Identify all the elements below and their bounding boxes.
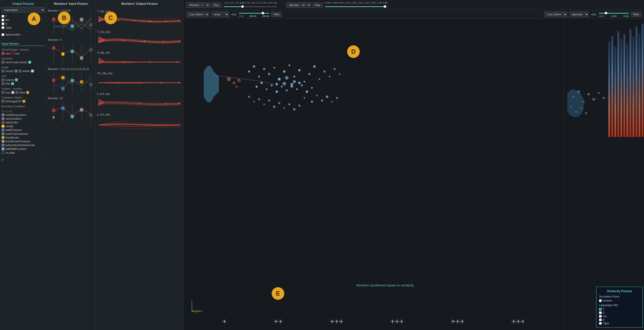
svg-point-126: [235, 85, 238, 88]
colormap-2[interactable]: Cool_Warm: [544, 12, 567, 17]
split-tendrils[interactable]: Split tendrils: [2, 33, 45, 36]
svg-rect-37: [52, 109, 55, 112]
svg-rect-5: [52, 18, 55, 21]
true-color: [2, 91, 5, 94]
svg-rect-153: [614, 46, 616, 137]
filter-btn-2[interactable]: Filter: [631, 12, 641, 17]
svg-point-101: [324, 71, 326, 73]
airplane-5: ✈✈✈: [451, 318, 464, 325]
svg-point-71: [268, 73, 270, 75]
range-2-labels: 10.00 11.00 13.56: [599, 15, 629, 17]
range-1-track[interactable]: [239, 11, 269, 15]
param-ygas[interactable]: Ygas: [2, 26, 45, 29]
bc-zeroGrad-color: [2, 117, 5, 120]
svg-rect-29: [80, 80, 83, 84]
split-tendrils-checkbox[interactable]: [2, 33, 4, 36]
svg-point-80: [313, 65, 316, 68]
right-viz-controls: Member : 16 Play: [286, 2, 323, 8]
svg-rect-151: [608, 41, 610, 137]
nozzle-color2: [15, 70, 18, 73]
input-params-title: Input Params: [2, 42, 45, 46]
svg-point-46: [165, 20, 167, 22]
svg-point-45: [149, 20, 151, 22]
range-2-min: 10.00: [599, 15, 605, 17]
param-rho-checkbox[interactable]: [2, 19, 4, 21]
engine-streams-label: Aircraft Engine -Streams: [2, 48, 45, 51]
slider-2-labels: 0.060 0.080 0.090 1.010 1.030 1.143 1.16…: [325, 2, 388, 4]
svg-rect-160: [635, 26, 637, 137]
svg-point-59: [139, 103, 140, 104]
whole-label: whole: [23, 70, 30, 73]
bc-nodata-label: no data: [6, 151, 15, 154]
slider-1-thumb[interactable]: [241, 5, 244, 8]
svg-point-103: [334, 68, 336, 70]
lag-attr-rho[interactable]: rho: [599, 315, 640, 318]
svg-point-53: [149, 61, 151, 63]
lag-attr-rho-checkbox[interactable]: [599, 315, 602, 318]
sim-solution-label: solution: [603, 299, 612, 302]
nozzle-label: nozzle: [6, 70, 14, 73]
airplane-4: ✈✈✈: [390, 318, 404, 325]
lag-attr-label: Lagrangian Attr:: [599, 304, 640, 307]
output-dropdown[interactable]: Lagrangian: [2, 7, 45, 13]
svg-point-60: [165, 103, 167, 104]
play-btn-2[interactable]: Play: [312, 3, 323, 8]
slider-2-track[interactable]: [325, 5, 388, 9]
slider-1-track[interactable]: [224, 5, 277, 9]
boundary-conds-label: Boundary Conditions: [2, 105, 45, 108]
play-btn-1[interactable]: Play: [211, 3, 222, 8]
svg-point-47: [178, 20, 180, 21]
slider-2-thumb[interactable]: [384, 5, 386, 8]
svg-point-116: [304, 97, 305, 99]
similarity-panel: Similarity Params Simulation Runs: solut…: [596, 287, 643, 327]
member-dropdown-1[interactable]: Member : 1: [186, 2, 210, 8]
lag-attr-U-checkbox[interactable]: [599, 311, 602, 314]
member-group-4: Member: 10: [48, 97, 94, 100]
range-2-track[interactable]: [599, 11, 629, 15]
range-1-labels: 1.94 200.00 300.45: [239, 15, 269, 17]
lag-attr-d[interactable]: d: [599, 318, 640, 321]
lag-attr-T-checkbox[interactable]: [599, 308, 602, 311]
range-1-thumb[interactable]: [262, 12, 264, 14]
sim-solution-checkbox[interactable]: [599, 299, 602, 302]
param-ygas-checkbox[interactable]: [2, 26, 4, 29]
bc-waveTransmissive-color: [2, 132, 5, 135]
svg-rect-27: [61, 87, 65, 90]
svg-point-81: [319, 78, 320, 80]
range-1-line: [239, 13, 269, 14]
field-2[interactable]: diameter: [569, 12, 589, 17]
sim-solution-row[interactable]: solution: [599, 299, 640, 302]
lag-attr-d-checkbox[interactable]: [599, 318, 602, 321]
lag-attr-T[interactable]: T: [599, 308, 640, 311]
range-1-val: 200.00: [249, 15, 256, 17]
param-d[interactable]: d: [2, 22, 45, 25]
filter-btn-1[interactable]: Filter: [271, 12, 282, 17]
svg-line-129: [192, 311, 196, 313]
colormap-1[interactable]: Cool_Warm: [186, 12, 209, 17]
svg-point-97: [275, 83, 278, 85]
range-2-thumb[interactable]: [605, 12, 607, 14]
svg-rect-162: [641, 24, 643, 137]
engine-one-row: one two: [2, 52, 45, 55]
lag-attr-Ygas[interactable]: Ygas: [599, 322, 640, 325]
false-label: false: [19, 91, 25, 94]
lag-attr-U[interactable]: U: [599, 311, 640, 314]
bc-freeStream-color: [2, 136, 5, 139]
fine-color2: [11, 82, 14, 85]
lag-attr-ygas-checkbox[interactable]: [599, 322, 602, 325]
param-d-checkbox[interactable]: [2, 22, 4, 25]
param-T[interactable]: T: [2, 15, 45, 18]
member-dropdown-2[interactable]: Member : 16: [286, 2, 311, 8]
svg-point-82: [256, 86, 258, 88]
middle-area: Members' Input Params B Member: 1,2,3,5,…: [47, 0, 644, 330]
svg-point-96: [293, 80, 296, 83]
slider-2-line: [325, 6, 388, 7]
param-T-checkbox[interactable]: [2, 15, 4, 18]
member-group-2: Member: 4: [48, 38, 94, 41]
svg-rect-18: [80, 56, 83, 60]
members-output-title: Members' Output Params: [97, 2, 182, 6]
param-rho[interactable]: rho: [2, 18, 45, 21]
svg-rect-139: [566, 21, 644, 137]
turbulence-row: kOmegaSST: [2, 100, 45, 103]
field-1[interactable]: temp: [211, 12, 229, 17]
